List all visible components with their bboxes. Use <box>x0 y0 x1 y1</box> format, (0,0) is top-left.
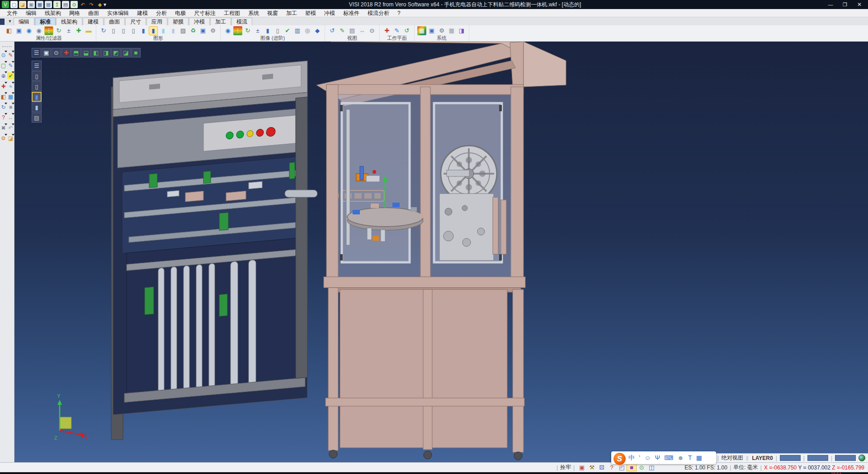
view-top-icon[interactable]: ⬒ <box>71 48 81 57</box>
tab-mould[interactable]: 塑膜 <box>168 18 189 25</box>
globe-icon[interactable] <box>859 455 865 461</box>
cylinder-wire-icon[interactable]: ▯ <box>109 26 118 35</box>
undo-icon[interactable]: ↶ <box>79 1 86 8</box>
adv-cylinder-wire-icon[interactable]: ▯ <box>273 26 282 35</box>
workplane-reset-icon[interactable]: ↺ <box>402 26 411 35</box>
adv-shield-icon[interactable]: ◆ <box>313 26 322 35</box>
new-file-icon[interactable]: ▢ <box>10 1 18 8</box>
tab-dimension[interactable]: 尺寸 <box>125 18 146 25</box>
spline-edit-icon[interactable]: ✎ <box>7 62 14 69</box>
open-model-icon[interactable]: ◪ <box>7 135 14 142</box>
color-grid-icon[interactable]: ▦ <box>417 26 426 35</box>
lock-toggle[interactable]: 拴牢 <box>560 464 571 471</box>
shade-solid-icon[interactable]: ▮ <box>32 92 42 102</box>
viewport-3d[interactable]: Y X Z ☰▣⊙✚⬒⬓◧◨◩◪■ ☰▯▯▮▮▨ 绝对 XY 上 视图 | 绝对… <box>14 42 868 462</box>
menu-item[interactable]: 加工 <box>282 9 301 17</box>
attributes-icon[interactable]: ◧ <box>0 93 7 100</box>
workplane-xyz-icon[interactable]: ✚ <box>382 26 392 35</box>
view-back-icon[interactable]: ◪ <box>121 48 131 57</box>
view-iso-icon[interactable]: ■ <box>131 48 141 57</box>
confirm-icon[interactable]: ✔ <box>7 72 14 79</box>
view-camera-icon[interactable]: ⊙ <box>368 26 377 35</box>
menu-item[interactable]: 视窗 <box>263 9 282 17</box>
status-split-icon[interactable]: ◫ <box>646 464 656 471</box>
workplane-edit-icon[interactable]: ✎ <box>392 26 401 35</box>
eye-refresh-icon[interactable]: ↻ <box>54 26 63 35</box>
shade-edges-icon[interactable]: ▮ <box>32 102 42 112</box>
visi-logo-icon[interactable]: V <box>2 1 9 8</box>
ime-punct-icon[interactable]: ’ <box>639 455 640 461</box>
ime-toolbox-icon[interactable]: ▦ <box>696 455 702 461</box>
menu-item[interactable]: 标准件 <box>339 9 363 17</box>
grid-dots-icon[interactable]: ▦ <box>447 26 456 35</box>
menu-item[interactable]: 冲模 <box>320 9 339 17</box>
cylinder-copy-icon[interactable]: ▣ <box>198 26 208 35</box>
adv-refresh-icon[interactable]: ↻ <box>243 26 252 35</box>
layer-label[interactable]: LAYER0 <box>752 455 773 461</box>
ime-emoji-icon[interactable]: ☺ <box>644 455 651 461</box>
cylinder-transparent-icon[interactable]: ▮ <box>159 26 168 35</box>
attr-paint-icon[interactable]: ◧ <box>5 26 14 35</box>
eye-plusminus-icon[interactable]: ± <box>64 26 73 35</box>
cylinder-shaded-active-icon[interactable]: ▮ <box>149 26 158 35</box>
export-icon[interactable]: ↥ <box>53 1 61 8</box>
eye-plus-icon[interactable]: ✚ <box>74 26 83 35</box>
menu-item[interactable]: 实体编辑 <box>103 9 133 17</box>
shade-refresh-icon[interactable]: ↻ <box>99 26 108 35</box>
cylinder-hatched-icon[interactable]: ▨ <box>179 26 188 35</box>
ime-logo-icon[interactable]: S <box>613 453 626 465</box>
status-clock-icon[interactable]: ⊙ <box>637 464 646 471</box>
open-file-icon[interactable]: ◪ <box>19 1 26 8</box>
ime-keyboard-icon[interactable]: ⌨ <box>664 455 673 461</box>
cylinder-wire2-icon[interactable]: ▯ <box>119 26 128 35</box>
shade-translucent-icon[interactable]: ▨ <box>32 113 42 123</box>
eye-add-icon[interactable]: ◉ <box>24 26 33 35</box>
minimize-button[interactable]: — <box>824 0 837 9</box>
menu-item[interactable]: 线架构 <box>41 9 65 17</box>
menu-item[interactable]: 建模 <box>133 9 152 17</box>
cylinder-flat-icon[interactable]: ▮ <box>169 26 178 35</box>
fit-view-icon[interactable]: ▣ <box>42 48 51 57</box>
menu-item[interactable]: 文件 <box>3 9 22 17</box>
status-snap-icon[interactable]: ⚄ <box>597 464 607 471</box>
ime-lang-icon[interactable]: 中 <box>628 455 635 461</box>
print-icon[interactable]: ▤ <box>62 1 69 8</box>
menu-item[interactable]: ? <box>393 9 405 17</box>
wcs-icon[interactable]: ✚ <box>0 83 7 90</box>
measure-icon[interactable]: ↔ <box>7 114 14 121</box>
solid-cube-icon[interactable]: ■ <box>7 104 14 110</box>
save-icon[interactable]: ▦ <box>36 1 43 8</box>
view-bottom-icon[interactable]: ⬓ <box>81 48 91 57</box>
save-as-icon[interactable]: ▦ <box>45 1 52 8</box>
tab-surface[interactable]: 曲面 <box>104 18 125 25</box>
shade-wireframe-icon[interactable]: ▯ <box>32 71 42 81</box>
window-grid-icon[interactable]: ▦ <box>7 93 14 100</box>
view-left-icon[interactable]: ◧ <box>91 48 101 57</box>
adv-wireball-icon[interactable]: ◎ <box>303 26 312 35</box>
zoom-highlight-icon[interactable]: ⊙ <box>0 52 7 58</box>
monitor-icon[interactable]: ▣ <box>427 26 436 35</box>
cylinder-shaded-icon[interactable]: ▮ <box>139 26 148 35</box>
delete-icon[interactable]: ✖ <box>0 124 7 131</box>
curve-edit-icon[interactable]: ≈ <box>7 83 14 90</box>
menu-item[interactable]: 尺寸标注 <box>190 9 220 17</box>
preview-icon[interactable]: ⊙ <box>71 1 78 8</box>
adv-bar-icon[interactable]: ▥ <box>293 26 302 35</box>
tab-dropdown-icon[interactable]: ▼ <box>6 18 14 25</box>
recent-icon[interactable]: ◆ <box>96 1 104 8</box>
cylinder-recycle-icon[interactable]: ♻ <box>189 26 198 35</box>
menu-item[interactable]: 曲面 <box>84 9 103 17</box>
tab-application[interactable]: 应用 <box>146 18 167 25</box>
tab-flow[interactable]: 模流 <box>231 18 252 25</box>
status-cube-icon[interactable]: ■ <box>627 464 637 471</box>
config-icon[interactable]: ⚙ <box>437 26 446 35</box>
zoom-solid-icon[interactable]: ⊕ <box>0 72 7 79</box>
tab-standard[interactable]: 标准 <box>35 18 56 25</box>
layers-icon[interactable]: ◨ <box>457 26 466 35</box>
eye-minus-icon[interactable]: ▬ <box>84 26 93 35</box>
ime-skin-icon[interactable]: T <box>688 455 692 461</box>
menu-item[interactable]: 塑模 <box>301 9 320 17</box>
menu-item[interactable]: 分析 <box>152 9 171 17</box>
menu-item[interactable]: 系统 <box>244 9 263 17</box>
close-button[interactable]: ✕ <box>853 0 866 9</box>
